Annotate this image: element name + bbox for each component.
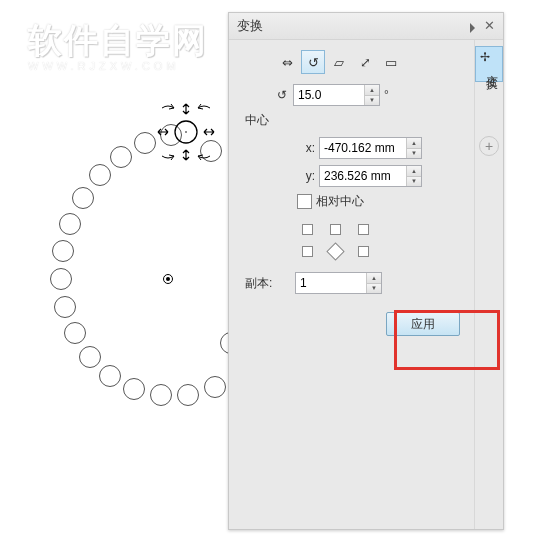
x-label: x:: [297, 141, 319, 155]
panel-titlebar[interactable]: 变换 ✕: [229, 13, 503, 40]
y-down-icon[interactable]: ▼: [407, 177, 421, 187]
angle-up-icon[interactable]: ▲: [365, 85, 379, 96]
transform-mode-toolbar: ⇔ ↻ ▱ ⤢ ▭: [237, 50, 466, 74]
tab-transform[interactable]: ✢ 变换: [475, 46, 503, 82]
origin-tc[interactable]: [330, 224, 341, 235]
panel-side-tabs: ✢ 变换 +: [474, 40, 503, 529]
angle-input[interactable]: [294, 85, 364, 105]
apply-button[interactable]: 应用: [386, 312, 460, 336]
x-spinner[interactable]: ▲▼: [319, 137, 422, 159]
rotation-center-marker: [163, 274, 173, 284]
plus-icon: +: [485, 138, 493, 154]
mode-skew-button[interactable]: ▭: [379, 50, 403, 74]
relative-center-checkbox[interactable]: [297, 194, 312, 209]
panel-collapse-icon[interactable]: [468, 21, 478, 31]
x-input[interactable]: [320, 138, 406, 158]
tab-transform-icon: ✢: [480, 50, 493, 64]
y-input[interactable]: [320, 166, 406, 186]
angle-unit: °: [384, 88, 389, 102]
origin-bl[interactable]: [302, 246, 313, 257]
angle-icon: ↻: [277, 88, 287, 102]
copies-input[interactable]: [296, 273, 366, 293]
rotate-icon: ↻: [308, 55, 319, 70]
origin-picker[interactable]: [297, 216, 466, 262]
transform-panel: 变换 ✕ ⇔ ↻ ▱ ⤢ ▭ ↻ ▲▼ ° 中心: [228, 12, 504, 530]
angle-down-icon[interactable]: ▼: [365, 96, 379, 106]
relative-center-label: 相对中心: [316, 193, 364, 210]
mode-scale-button[interactable]: ▱: [327, 50, 351, 74]
x-down-icon[interactable]: ▼: [407, 149, 421, 159]
svg-point-1: [185, 131, 187, 133]
mode-position-button[interactable]: ⇔: [275, 50, 299, 74]
origin-tl[interactable]: [302, 224, 313, 235]
y-label: y:: [297, 169, 319, 183]
copies-spinner[interactable]: ▲▼: [295, 272, 382, 294]
position-icon: ⇔: [282, 55, 293, 70]
copies-label: 副本:: [237, 275, 295, 292]
mode-rotate-button[interactable]: ↻: [301, 50, 325, 74]
center-section-label: 中心: [245, 112, 466, 129]
add-tab-button[interactable]: +: [479, 136, 499, 156]
angle-spinner[interactable]: ▲▼: [293, 84, 380, 106]
origin-bc[interactable]: [326, 242, 344, 260]
y-up-icon[interactable]: ▲: [407, 166, 421, 177]
apply-button-label: 应用: [411, 316, 435, 333]
size-icon: ⤢: [360, 55, 371, 70]
copies-up-icon[interactable]: ▲: [367, 273, 381, 284]
scale-icon: ▱: [334, 55, 344, 70]
tab-transform-label: 变换: [485, 65, 499, 71]
copies-down-icon[interactable]: ▼: [367, 284, 381, 294]
skew-icon: ▭: [385, 55, 397, 70]
origin-tr[interactable]: [358, 224, 369, 235]
x-up-icon[interactable]: ▲: [407, 138, 421, 149]
origin-br[interactable]: [358, 246, 369, 257]
rotation-handles-icon: [156, 102, 216, 162]
panel-title-text: 变换: [237, 13, 263, 39]
mode-size-button[interactable]: ⤢: [353, 50, 377, 74]
y-spinner[interactable]: ▲▼: [319, 165, 422, 187]
panel-close-icon[interactable]: ✕: [484, 13, 495, 39]
selected-object[interactable]: [156, 102, 216, 165]
